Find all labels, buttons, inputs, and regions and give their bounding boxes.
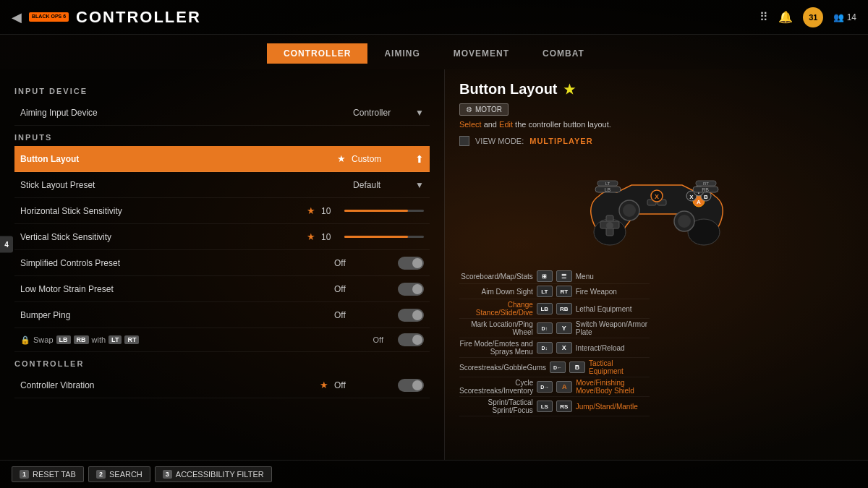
aiming-input-device-value: Controller	[353, 108, 411, 118]
mapping-fire-result: Fire Weapon	[576, 288, 650, 296]
low-motor-value: Off	[334, 284, 392, 294]
header-left: ◀ BLACK OPS 6 CONTROLLER	[12, 8, 201, 27]
mapping-a-btn: A	[556, 381, 572, 393]
bumper-ping-value: Off	[334, 310, 392, 320]
swap-text: Swap	[33, 335, 54, 344]
header-icons: ⠿ 🔔 31 👥 14	[760, 7, 856, 27]
header-right: ⠿ 🔔 31 👥 14	[760, 7, 856, 27]
vert-sensitivity-track[interactable]	[344, 236, 424, 238]
swap-lb-badge: LB	[56, 335, 71, 344]
vert-sensitivity-fill	[344, 236, 408, 238]
mapping-dleft-btn: D←	[550, 361, 566, 373]
horiz-sensitivity-track[interactable]	[344, 210, 424, 212]
simplified-controls-row[interactable]: Simplified Controls Preset Off	[14, 250, 430, 276]
horiz-sensitivity-fill	[344, 210, 408, 212]
mappings-left-col: Scoreboard/Map/Stats ⊞ ☰ Menu Aim Down S…	[459, 269, 650, 416]
simplified-controls-value: Off	[334, 258, 392, 268]
bumper-ping-row[interactable]: Bumper Ping Off	[14, 302, 430, 328]
swap-value: Off	[373, 335, 383, 344]
game-logo: BLACK OPS 6	[29, 12, 69, 21]
low-motor-label: Low Motor Strain Preset	[20, 284, 334, 294]
horiz-sensitivity-label: Horizontal Stick Sensitivity	[20, 206, 301, 216]
swap-rt-badge: RT	[124, 335, 139, 344]
svg-text:RT: RT	[703, 181, 709, 186]
mapping-cycle: Cycle Scorestreaks/Inventory D→ A Move/F…	[459, 377, 650, 397]
controller-section-title: CONTROLLER	[14, 359, 430, 368]
bell-icon[interactable]: 🔔	[778, 10, 793, 24]
page-title: CONTROLLER	[76, 8, 201, 27]
tab-combat[interactable]: COMBAT	[526, 43, 601, 64]
mapping-ads: Aim Down Sight LT RT Fire Weapon	[459, 284, 650, 299]
mapping-mark-action: Mark Location/Ping Wheel	[459, 320, 533, 336]
stick-layout-value: Default	[353, 180, 411, 190]
mapping-scoreboard-action: Scoreboard/Map/Stats	[459, 273, 533, 281]
vert-sensitivity-star: ★	[307, 231, 315, 242]
accessibility-icon: 3	[163, 470, 172, 479]
horiz-sensitivity-star: ★	[307, 205, 315, 216]
layout-star: ★	[563, 82, 575, 98]
simplified-controls-toggle[interactable]	[398, 257, 424, 270]
mapping-cycle-action: Cycle Scorestreaks/Inventory	[459, 379, 533, 395]
horiz-sensitivity-value: 10	[321, 206, 339, 216]
accessibility-filter-button[interactable]: 3 ACCESSIBILITY FILTER	[155, 466, 272, 482]
back-button[interactable]: ◀	[12, 9, 22, 25]
mapping-lt-btn: LT	[537, 286, 553, 297]
bumper-ping-toggle[interactable]	[398, 309, 424, 322]
mapping-tactical-result: Tactical Equipment	[589, 359, 649, 375]
left-panel: INPUT DEVICE Aiming Input Device Control…	[0, 69, 445, 460]
svg-point-8	[606, 222, 613, 229]
grid-icon[interactable]: ⠿	[760, 10, 768, 24]
level-badge: 31	[803, 7, 823, 27]
horiz-sensitivity-row[interactable]: Horizontal Stick Sensitivity ★ 10	[14, 198, 430, 224]
controller-vibration-label: Controller Vibration	[20, 380, 314, 390]
mapping-lethal-result: Lethal Equipment	[576, 305, 650, 313]
view-mode-checkbox[interactable]	[459, 136, 469, 146]
aiming-input-device-row[interactable]: Aiming Input Device Controller ▼	[14, 100, 430, 126]
side-tab[interactable]: 4	[0, 236, 13, 252]
svg-point-5	[678, 215, 691, 228]
swap-toggle[interactable]	[398, 333, 424, 346]
mapping-stance: Change Stance/Slide/Dive LB RB Lethal Eq…	[459, 299, 650, 319]
mapping-firemode-action: Fire Mode/Emotes and Sprays Menu	[459, 340, 533, 356]
mapping-switch-result: Switch Weapon/Armor Plate	[576, 320, 650, 336]
button-layout-row[interactable]: Button Layout ★ Custom ⬆	[14, 146, 430, 172]
svg-text:RB: RB	[702, 187, 709, 192]
controller-svg: A X B Y LB RB LT RT	[577, 156, 736, 257]
controller-vibration-toggle[interactable]	[398, 379, 424, 392]
bumper-ping-label: Bumper Ping	[20, 310, 334, 320]
stick-layout-arrow: ▼	[415, 180, 424, 190]
tab-bar: CONTROLLER AIMING MOVEMENT COMBAT	[0, 35, 868, 69]
mapping-scorestreaks: Scorestreaks/GobbleGums D← B Tactical Eq…	[459, 358, 650, 377]
search-icon: 2	[96, 470, 106, 479]
tab-movement[interactable]: MOVEMENT	[437, 43, 526, 64]
layout-desc-select: Select	[459, 120, 482, 129]
mapping-ddown-btn: D↓	[537, 342, 553, 354]
aiming-input-device-arrow: ▼	[415, 108, 424, 118]
search-button[interactable]: 2 SEARCH	[88, 466, 150, 482]
stick-layout-row[interactable]: Stick Layout Preset Default ▼	[14, 172, 430, 198]
tab-controller[interactable]: CONTROLLER	[267, 43, 367, 64]
bottom-bar: 1 RESET TAB 2 SEARCH 3 ACCESSIBILITY FIL…	[0, 460, 868, 488]
tab-aiming[interactable]: AIMING	[367, 43, 436, 64]
view-mode-row: VIEW MODE: MULTIPLAYER	[459, 136, 854, 146]
low-motor-toggle[interactable]	[398, 283, 424, 296]
svg-text:A: A	[697, 199, 701, 205]
controller-vibration-row[interactable]: Controller Vibration ★ Off	[14, 372, 430, 398]
svg-point-3	[623, 204, 636, 217]
right-panel: Button Layout ★ ⚙ MOTOR Select and Edit …	[445, 69, 868, 460]
mapping-rt-btn: RT	[556, 286, 572, 297]
mapping-rs-btn: RS	[556, 401, 572, 412]
button-layout-export-icon[interactable]: ⬆	[415, 153, 424, 165]
vert-sensitivity-slider-container: 10	[321, 232, 424, 242]
mapping-x-btn: X	[556, 342, 572, 354]
reset-tab-button[interactable]: 1 RESET TAB	[12, 466, 84, 482]
controller-vibration-star: ★	[320, 380, 328, 390]
aiming-input-device-label: Aiming Input Device	[20, 108, 353, 118]
mapping-ls-btn: LS	[537, 401, 553, 412]
mapping-menu-result: Menu	[576, 273, 650, 281]
vert-sensitivity-row[interactable]: Vertical Stick Sensitivity ★ 10	[14, 224, 430, 250]
mapping-interact-result: Interact/Reload	[576, 344, 650, 352]
body: 4 INPUT DEVICE Aiming Input Device Contr…	[0, 69, 868, 460]
low-motor-row[interactable]: Low Motor Strain Preset Off	[14, 276, 430, 302]
mapping-rb-btn: RB	[556, 303, 572, 314]
